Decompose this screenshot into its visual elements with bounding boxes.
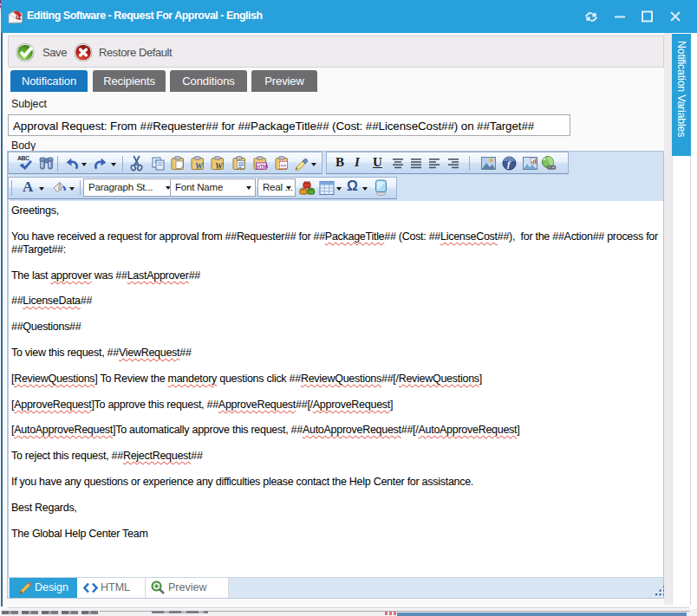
svg-text:W: W <box>215 161 224 171</box>
svg-text:HTML: HTML <box>257 164 268 169</box>
svg-text:<>: <> <box>281 163 288 168</box>
svg-text:W: W <box>195 161 204 171</box>
